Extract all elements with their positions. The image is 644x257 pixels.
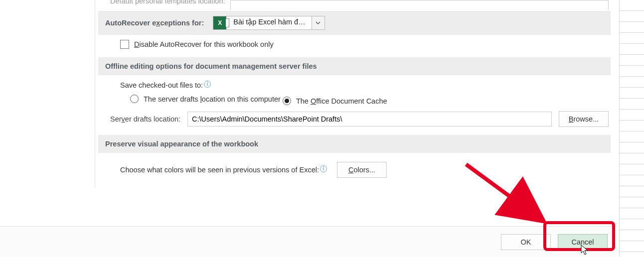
radio-server-drafts-location[interactable]: The server drafts location on this compu… — [130, 95, 281, 103]
radio-icon — [130, 95, 139, 103]
server-drafts-label: Server drafts location: — [110, 115, 180, 123]
section-offline-header: Offline editing options for document man… — [98, 57, 611, 75]
cancel-button[interactable]: Cancel — [558, 234, 608, 250]
section-autorecover-header: AutoRecover exceptions for: X Bài tập Ex… — [98, 11, 611, 35]
info-icon[interactable]: i — [320, 165, 327, 172]
colors-button[interactable]: Colors... — [337, 162, 387, 178]
info-icon[interactable]: i — [204, 81, 211, 88]
disable-autorecover-checkbox[interactable]: Disable AutoRecover for this workbook on… — [120, 40, 274, 49]
dialog-footer: OK Cancel — [0, 226, 617, 257]
radio-server-drafts-label: The server drafts location on this compu… — [144, 95, 281, 103]
default-templates-row: Default personal templates location: — [95, 0, 614, 10]
section-autorecover-title: AutoRecover exceptions for: — [105, 19, 204, 27]
radio-office-cache-label: The Office Document Cache — [296, 97, 387, 105]
radio-office-document-cache[interactable]: The Office Document Cache — [283, 97, 387, 105]
server-drafts-input[interactable] — [187, 112, 552, 127]
default-templates-label: Default personal templates location: — [110, 0, 225, 5]
checkbox-icon — [120, 40, 129, 49]
browse-button[interactable]: Browse... — [559, 111, 609, 127]
save-checked-out-label: Save checked-out files to:i — [120, 81, 211, 89]
options-panel: Default personal templates location: Aut… — [95, 0, 614, 188]
chevron-down-icon[interactable] — [312, 16, 324, 29]
disable-autorecover-label: Disable AutoRecover for this workbook on… — [134, 40, 274, 48]
preserve-colors-label: Choose what colors will be seen in previ… — [120, 166, 327, 174]
workbook-name: Bài tập Excel hàm đ… — [226, 16, 311, 29]
spreadsheet-grid — [619, 0, 644, 257]
options-dialog: Default personal templates location: Aut… — [0, 0, 617, 257]
section-preserve-header: Preserve visual appearance of the workbo… — [98, 135, 611, 153]
workbook-select[interactable]: X Bài tập Excel hàm đ… — [213, 16, 324, 30]
excel-file-icon: X — [213, 16, 226, 29]
ok-button[interactable]: OK — [501, 234, 551, 250]
default-templates-input[interactable] — [230, 0, 609, 10]
radio-icon — [283, 97, 291, 105]
